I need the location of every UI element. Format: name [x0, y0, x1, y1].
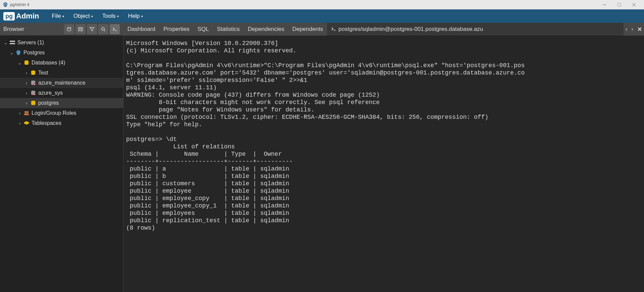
caret-down-icon: ▾: [62, 14, 64, 18]
logo-admin: Admin: [16, 12, 39, 20]
tab-dependencies[interactable]: Dependencies: [244, 23, 288, 36]
tree-label: Test: [38, 70, 48, 76]
tab-nav-next[interactable]: ›: [629, 26, 635, 33]
tree-login-roles[interactable]: › Login/Group Roles: [0, 108, 123, 118]
tab-label: Dependencies: [248, 26, 284, 33]
browser-panel: Browser ⌄ Servers (1) ⌄ Postgres ⌄ Datab…: [0, 23, 123, 292]
svg-point-1: [6, 4, 6, 4]
tree-label: azure_maintenance: [38, 80, 86, 86]
tab-properties[interactable]: Properties: [159, 23, 193, 36]
view-data-button[interactable]: [75, 24, 86, 34]
database-icon: [23, 60, 30, 65]
collapse-icon[interactable]: ⌄: [9, 50, 14, 55]
menu-tools-label: Tools: [102, 13, 116, 19]
tabbar: Dashboard Properties SQL Statistics Depe…: [123, 23, 644, 36]
database-icon: [30, 100, 36, 106]
expand-icon[interactable]: ›: [24, 80, 29, 86]
tree-label: Servers (1): [17, 40, 44, 46]
psql-tool-button[interactable]: [110, 24, 120, 34]
caret-down-icon: ▾: [141, 14, 143, 18]
tree-db-azure-maintenance[interactable]: › azure_maintenance: [0, 78, 123, 88]
tab-psql[interactable]: postgres/sqladmin@postgres-001.postgres.…: [327, 23, 624, 36]
svg-point-0: [4, 4, 5, 4]
filter-button[interactable]: [87, 24, 97, 34]
menu-file-label: File: [52, 13, 61, 19]
tree-databases[interactable]: ⌄ Databases (4): [0, 58, 123, 68]
tab-statistics[interactable]: Statistics: [213, 23, 244, 36]
browser-header: Browser: [0, 23, 123, 36]
caret-down-icon: ▾: [91, 14, 93, 18]
expand-icon[interactable]: ›: [24, 100, 29, 106]
roles-icon: [23, 110, 30, 116]
svg-point-16: [26, 111, 29, 113]
svg-rect-6: [10, 41, 15, 42]
tab-label: Properties: [163, 26, 189, 33]
menu-object[interactable]: Object▾: [69, 13, 98, 19]
tree-db-azure-sys[interactable]: › azure_sys: [0, 88, 123, 98]
tab-nav-prev[interactable]: ‹: [624, 26, 630, 33]
menu-file[interactable]: File▾: [47, 13, 68, 19]
close-window-button[interactable]: [627, 0, 641, 9]
tab-label: Statistics: [217, 26, 240, 33]
tab-close-button[interactable]: ✕: [635, 26, 644, 33]
menubar: pg Admin File▾ Object▾ Tools▾ Help▾: [0, 9, 644, 23]
svg-rect-7: [10, 43, 15, 44]
logo-pg: pg: [3, 12, 15, 20]
svg-point-15: [24, 111, 26, 113]
tree-label: azure_sys: [38, 90, 63, 96]
minimize-button[interactable]: [597, 0, 612, 9]
logo: pg Admin: [3, 12, 39, 20]
collapse-icon[interactable]: ⌄: [17, 60, 22, 65]
maximize-button[interactable]: [612, 0, 627, 9]
menu-tools[interactable]: Tools▾: [98, 13, 123, 19]
tab-label: Dependents: [292, 26, 323, 33]
window-title: pgAdmin 4: [10, 2, 29, 7]
svg-point-5: [102, 28, 104, 30]
elephant-icon: [15, 50, 21, 55]
tree-label: Login/Group Roles: [32, 110, 76, 116]
terminal-icon: [331, 27, 336, 32]
expand-icon[interactable]: ›: [24, 70, 29, 76]
menu-help[interactable]: Help▾: [123, 13, 148, 19]
tree-label: Databases (4): [32, 60, 65, 66]
tree-label: Postgres: [23, 50, 45, 56]
object-tree[interactable]: ⌄ Servers (1) ⌄ Postgres ⌄ Databases (4)…: [0, 36, 123, 292]
tab-label: postgres/sqladmin@postgres-001.postgres.…: [338, 26, 483, 33]
expand-icon[interactable]: ›: [17, 120, 22, 126]
svg-rect-4: [78, 28, 83, 31]
menu-object-label: Object: [73, 13, 90, 19]
svg-rect-17: [24, 113, 29, 115]
tree-servers[interactable]: ⌄ Servers (1): [0, 38, 123, 48]
expand-icon[interactable]: ›: [17, 110, 22, 116]
servers-icon: [9, 40, 15, 45]
svg-point-3: [67, 27, 71, 29]
tab-label: SQL: [198, 26, 209, 33]
svg-rect-2: [618, 3, 621, 6]
collapse-icon[interactable]: ⌄: [3, 40, 8, 45]
database-icon: [30, 70, 36, 76]
tab-dashboard[interactable]: Dashboard: [123, 23, 159, 36]
tablespace-icon: [23, 120, 30, 126]
browser-title: Browser: [3, 26, 63, 33]
main-panel: Dashboard Properties SQL Statistics Depe…: [123, 23, 644, 292]
tree-tablespaces[interactable]: › Tablespaces: [0, 118, 123, 128]
tree-label: postgres: [38, 100, 59, 106]
tree-label: Tablespaces: [32, 120, 61, 126]
database-disconnected-icon: [30, 90, 36, 96]
app-icon: [3, 2, 8, 7]
tree-postgres-group[interactable]: ⌄ Postgres: [0, 48, 123, 58]
window-titlebar: pgAdmin 4: [0, 0, 644, 9]
psql-terminal[interactable]: Microsoft Windows [Version 10.0.22000.37…: [123, 36, 644, 292]
tree-db-test[interactable]: › Test: [0, 68, 123, 78]
database-disconnected-icon: [30, 80, 36, 86]
tab-dependents[interactable]: Dependents: [288, 23, 327, 36]
menu-help-label: Help: [128, 13, 140, 19]
tab-label: Dashboard: [127, 26, 155, 33]
caret-down-icon: ▾: [117, 14, 119, 18]
tree-db-postgres[interactable]: › postgres: [0, 98, 123, 108]
tab-sql[interactable]: SQL: [194, 23, 213, 36]
expand-icon[interactable]: ›: [24, 90, 29, 96]
search-button[interactable]: [98, 24, 108, 34]
query-tool-button[interactable]: [64, 24, 74, 34]
